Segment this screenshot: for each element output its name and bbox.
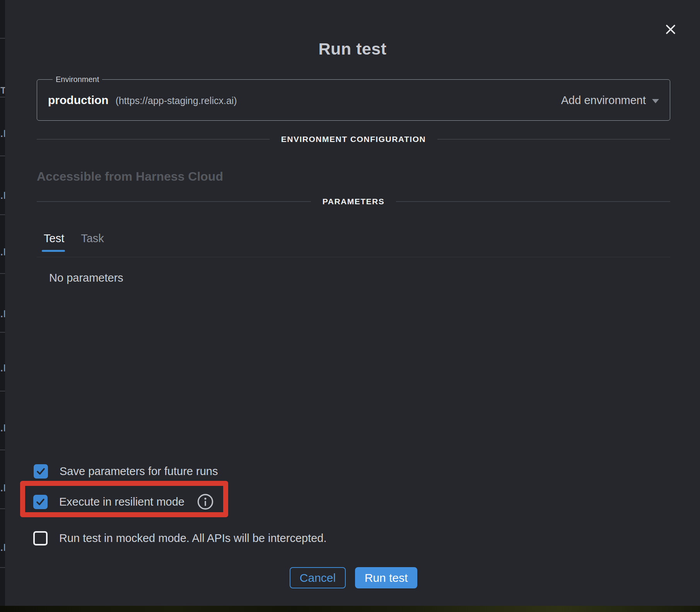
environment-legend: Environment xyxy=(53,75,102,84)
clipped-text-fragment: .l xyxy=(0,483,5,494)
no-parameters-text: No parameters xyxy=(49,272,123,284)
underlying-page-sliver: T .l .l .l .l .l .l .l .l xyxy=(0,0,5,606)
divider-line xyxy=(37,201,311,202)
clipped-text-fragment: .l xyxy=(0,128,5,139)
divider-line xyxy=(396,201,670,202)
info-icon[interactable] xyxy=(197,493,214,510)
option-resilient-mode: Execute in resilient mode xyxy=(33,494,214,509)
environment-select[interactable]: Environment production (https://app-stag… xyxy=(37,75,670,121)
option-mocked-mode: Run test in mocked mode. All APIs will b… xyxy=(33,531,327,545)
dialog-title: Run test xyxy=(5,39,700,58)
option-save-parameters: Save parameters for future runs xyxy=(34,464,218,479)
tab-task[interactable]: Task xyxy=(81,231,104,246)
screen: T .l .l .l .l .l .l .l .l Run test Envir… xyxy=(0,0,700,612)
selected-environment: production (https://app-staging.relicx.a… xyxy=(48,94,237,107)
option-label: Execute in resilient mode xyxy=(59,496,184,508)
underlying-photo-strip xyxy=(0,606,700,612)
clipped-text-fragment: .l xyxy=(0,423,5,434)
clipped-text-fragment: .l xyxy=(0,363,5,374)
cancel-button[interactable]: Cancel xyxy=(290,567,346,588)
check-icon xyxy=(35,497,46,507)
clipped-text-fragment: T xyxy=(0,85,5,96)
environment-name: production xyxy=(48,94,109,107)
clipped-text-fragment: .l xyxy=(0,309,5,320)
option-label: Save parameters for future runs xyxy=(60,465,218,478)
add-environment-button[interactable]: Add environment xyxy=(561,94,659,107)
environment-configuration-heading: ENVIRONMENT CONFIGURATION xyxy=(270,135,437,144)
mocked-mode-checkbox[interactable] xyxy=(33,531,48,545)
add-environment-label: Add environment xyxy=(561,94,646,107)
tab-test[interactable]: Test xyxy=(44,231,64,246)
clipped-text-fragment: .l xyxy=(0,247,5,258)
divider-line xyxy=(37,139,270,140)
close-button[interactable] xyxy=(663,22,678,37)
run-test-button[interactable]: Run test xyxy=(355,567,417,588)
parameters-divider: PARAMETERS xyxy=(37,197,670,206)
parameters-tabs: Test Task xyxy=(37,231,670,257)
save-parameters-checkbox[interactable] xyxy=(34,464,48,479)
close-icon xyxy=(664,23,677,36)
chevron-down-icon xyxy=(652,99,659,103)
environment-url: (https://app-staging.relicx.ai) xyxy=(116,95,237,106)
option-label: Run test in mocked mode. All APIs will b… xyxy=(59,532,327,545)
environment-note: Accessible from Harness Cloud xyxy=(37,169,223,184)
resilient-mode-checkbox[interactable] xyxy=(33,495,48,509)
run-test-dialog: Run test Environment production (https:/… xyxy=(5,0,700,606)
clipped-text-fragment: .l xyxy=(0,542,5,553)
environment-configuration-divider: ENVIRONMENT CONFIGURATION xyxy=(37,135,670,144)
parameters-heading: PARAMETERS xyxy=(311,197,396,206)
divider-line xyxy=(437,139,670,140)
clipped-text-fragment: .l xyxy=(0,190,5,201)
active-tab-indicator xyxy=(42,250,65,252)
check-icon xyxy=(36,466,46,477)
